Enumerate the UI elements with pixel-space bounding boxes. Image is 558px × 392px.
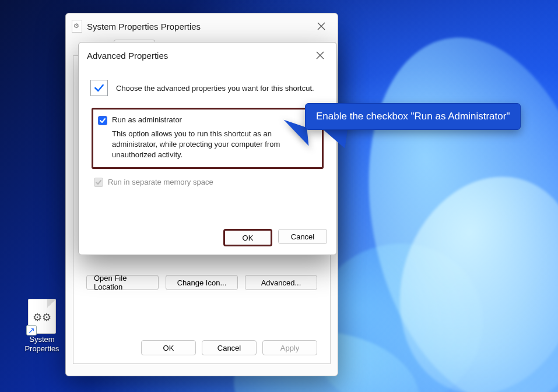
advanced-window-title: Advanced Properties [85,51,307,61]
shortcut-file-icon: ⚙⚙ ↗ [28,299,56,334]
change-icon-button[interactable]: Change Icon... [166,275,238,290]
advanced-lead-text: Choose the advanced properties you want … [116,84,314,93]
run-as-admin-checkbox[interactable] [98,116,107,125]
annotation-text: Enable the checkbox "Run as Administrato… [316,111,510,122]
close-icon [316,51,324,59]
advanced-ok-button[interactable]: OK [223,229,272,246]
check-icon [99,117,106,124]
advanced-button[interactable]: Advanced... [245,275,317,290]
check-icon [95,179,102,186]
close-button[interactable] [308,17,334,35]
window-title: System Properties Properties [87,22,308,31]
desktop-shortcut-system-properties[interactable]: ⚙⚙ ↗ System Properties [19,299,65,354]
shortcut-label-line1: System [29,335,54,344]
close-icon [317,22,325,30]
shortcut-arrow-icon: ↗ [26,325,37,336]
checkmark-glyph-icon [90,80,108,96]
annotation-callout: Enable the checkbox "Run as Administrato… [305,103,521,130]
advanced-titlebar[interactable]: Advanced Properties [79,43,336,68]
gears-icon: ⚙⚙ [33,311,51,324]
shortcut-label-line2: Properties [24,344,59,353]
titlebar[interactable]: System Properties Properties [66,13,338,39]
cancel-button[interactable]: Cancel [202,340,257,355]
ok-button[interactable]: OK [141,340,196,355]
advanced-cancel-button[interactable]: Cancel [278,229,327,244]
separate-memory-checkbox [94,178,103,187]
separate-memory-label: Run in separate memory space [108,178,213,186]
advanced-close-button[interactable] [307,47,333,64]
open-file-location-button[interactable]: Open File Location [86,275,159,290]
run-as-admin-description: This option allows you to run this short… [112,129,293,160]
apply-button: Apply [262,340,317,355]
window-file-icon [72,20,82,33]
run-as-admin-label: Run as administrator [112,115,182,124]
advanced-properties-dialog: Advanced Properties Choose the advanced … [78,42,337,255]
